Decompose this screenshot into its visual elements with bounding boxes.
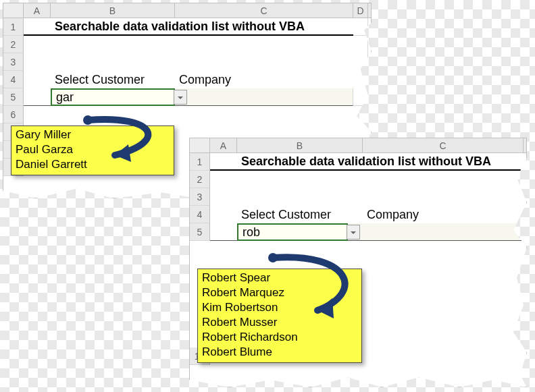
cell[interactable] [24,53,51,71]
row-header[interactable]: 6 [3,106,24,123]
title-cell[interactable]: Searchable data validation list without … [51,18,353,36]
cell[interactable] [175,36,353,53]
chevron-down-icon [177,90,184,105]
row-header[interactable]: 2 [3,36,24,53]
company-cell[interactable] [175,88,353,106]
title-cell[interactable]: Searchable data validation list without … [237,153,524,171]
customer-input[interactable]: gar [51,88,175,106]
chevron-down-icon [350,225,357,240]
row-header[interactable]: 5 [190,223,210,241]
cell[interactable] [210,206,237,223]
column-headers: A B C [190,138,526,153]
suggestion-item[interactable]: Daniel Garrett [16,157,170,172]
row-header[interactable]: 1 [3,18,24,36]
cell[interactable] [24,18,51,36]
suggestion-dropdown-2: Robert Spear Robert Marquez Kim Robertso… [197,269,362,363]
suggestion-item[interactable]: Robert Blume [202,345,357,360]
cell[interactable] [24,88,51,106]
col-header-a[interactable]: A [24,3,51,18]
cell[interactable] [210,153,237,171]
selectall-corner[interactable] [3,3,24,18]
cell[interactable] [51,53,175,71]
col-header-b[interactable]: B [237,138,363,152]
row-header[interactable]: 4 [3,71,24,88]
cell[interactable] [353,71,368,88]
row-header[interactable]: 3 [3,53,24,71]
cell[interactable] [24,106,368,123]
label-company[interactable]: Company [175,71,353,88]
col-header-d[interactable]: D [353,3,368,18]
cell[interactable] [175,53,353,71]
col-header-c[interactable]: C [175,3,353,18]
cell[interactable] [353,18,368,36]
label-company[interactable]: Company [363,206,524,223]
suggestion-dropdown-1: Gary Miller Paul Garza Daniel Garrett [11,125,174,175]
col-header-c[interactable]: C [363,138,524,152]
cell[interactable] [24,36,51,53]
col-header-a[interactable]: A [210,138,237,152]
suggestion-item[interactable]: Robert Musser [202,315,357,330]
cell[interactable] [353,88,368,106]
col-header-b[interactable]: B [51,3,175,18]
company-cell[interactable] [348,223,522,241]
suggestion-item[interactable]: Kim Robertson [202,300,357,315]
suggestion-item[interactable]: Robert Richardson [202,330,357,345]
cell[interactable] [210,188,524,206]
customer-input-text: gar [56,90,74,105]
suggestion-item[interactable]: Robert Spear [202,271,357,285]
customer-input-text: rob [243,225,260,240]
row-header[interactable]: 5 [3,88,24,106]
cell[interactable] [353,53,368,71]
label-select-customer[interactable]: Select Customer [51,71,175,88]
cell[interactable] [210,171,524,188]
suggestion-item[interactable]: Robert Marquez [202,285,357,300]
row-header[interactable]: 3 [190,188,210,206]
suggestion-item[interactable]: Gary Miller [16,128,170,142]
column-headers: A B C D [3,3,371,18]
dropdown-button[interactable] [174,90,187,105]
cell[interactable] [24,71,51,88]
cell[interactable] [51,36,175,53]
suggestion-item[interactable]: Paul Garza [16,142,170,157]
customer-input[interactable]: rob [237,223,348,241]
dropdown-button[interactable] [347,225,360,240]
row-header[interactable]: 2 [190,171,210,188]
row-header[interactable]: 4 [190,206,210,223]
cell[interactable] [210,223,237,241]
row-header[interactable]: 1 [190,153,210,171]
selectall-corner[interactable] [190,138,210,152]
cell[interactable] [353,36,368,53]
label-select-customer[interactable]: Select Customer [237,206,363,223]
